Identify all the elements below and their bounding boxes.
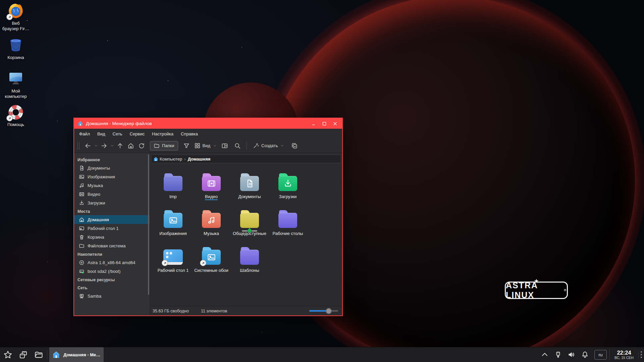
slider-knob[interactable] (326, 308, 332, 314)
trash-sm-icon (79, 234, 85, 240)
tray-expand-button[interactable] (538, 351, 551, 359)
toolbar-separator (247, 142, 247, 150)
zoom-slider[interactable] (309, 308, 338, 314)
file-label: Документы (238, 194, 261, 199)
view-mode-dropdown[interactable]: Вид (192, 141, 219, 151)
back-history-dropdown[interactable] (94, 141, 98, 151)
file-item[interactable]: Изображения (154, 207, 192, 244)
sidebar-item[interactable]: boot sda2 (/boot) (74, 267, 150, 276)
file-item[interactable]: Системные обои (192, 244, 230, 281)
items-count-label: 11 элементов (201, 309, 227, 313)
file-item[interactable]: Музыка (192, 207, 230, 244)
breadcrumb-current[interactable]: Домашняя (188, 157, 211, 162)
statusbar: 35.63 ГБ свободно 11 элементов (150, 306, 342, 315)
usb-device-icon[interactable] (551, 351, 565, 359)
chevron-down-icon (280, 141, 285, 151)
close-button[interactable] (331, 120, 339, 127)
file-item[interactable]: Рабочий стол 1 (154, 244, 192, 281)
sidebar-item-label: Рабочий стол 1 (88, 226, 118, 231)
image-emblem-icon (169, 216, 178, 225)
titlebar[interactable]: Домашняя - Менеджер файлов (74, 118, 342, 129)
menubar: ФайлВидСетьСервисНастройкаСправка (74, 129, 342, 139)
folders-panel-toggle[interactable]: Папки (150, 141, 178, 150)
copy-button[interactable] (289, 141, 300, 151)
menu-item[interactable]: Вид (94, 130, 109, 138)
menu-item[interactable]: Файл (75, 130, 94, 138)
desktop-icon-firefox[interactable]: Веббраузер Fir… (0, 3, 32, 32)
file-label: Рабочий стол 1 (158, 268, 189, 273)
menu-item[interactable]: Настройка (148, 130, 177, 138)
start-menu-button[interactable] (0, 347, 15, 362)
back-button[interactable] (83, 141, 93, 151)
menu-item[interactable]: Сеть (109, 130, 126, 138)
menu-item[interactable]: Сервис (126, 130, 148, 138)
taskbar-task-button[interactable]: Домашняя - Ме… (49, 347, 104, 362)
taskbar: Домашняя - Ме… ru 22:24 ВС, 15 СЕН (0, 347, 644, 362)
minimize-button[interactable] (310, 120, 317, 127)
sidebar-item-label: Изображения (88, 174, 115, 179)
up-button[interactable] (115, 141, 125, 151)
sidebar-item[interactable]: Корзина (74, 233, 150, 241)
chevron-down-icon (212, 141, 217, 151)
shortcut-arrow-icon (6, 14, 13, 20)
desktop-icon-help[interactable]: Помощь (0, 105, 32, 127)
folder-icon (163, 170, 183, 191)
file-item[interactable]: Шаблоны (230, 244, 269, 281)
drive-icon (79, 268, 85, 274)
sidebar-item[interactable]: Документы (74, 164, 150, 172)
sidebar-item[interactable]: Файловая система (74, 241, 150, 250)
sidebar-item[interactable]: Видео (74, 190, 150, 198)
forward-history-dropdown[interactable] (110, 141, 114, 151)
home-button[interactable] (126, 141, 136, 151)
computer-icon (8, 71, 23, 86)
file-label: Загрузки (279, 194, 297, 199)
menu-item[interactable]: Справка (177, 130, 202, 138)
sidebar-item-label: Документы (88, 166, 110, 171)
sidebar: ИзбранноеДокументыИзображенияМузыкаВидео… (74, 153, 150, 315)
keyboard-layout-indicator[interactable]: ru (594, 350, 607, 360)
panel-handle[interactable] (638, 351, 644, 358)
file-item[interactable]: Общедоступные (230, 207, 269, 244)
desktop-icon-trash[interactable]: Корзина (0, 38, 32, 60)
desktop-shortcut-icon (163, 244, 183, 265)
sidebar-item[interactable]: Samba (74, 292, 150, 300)
file-item[interactable]: Загрузки (269, 170, 307, 207)
shortcut-arrow-icon (200, 260, 206, 266)
folder-icon (240, 170, 259, 191)
create-dropdown[interactable]: Создать (251, 141, 286, 151)
desktop-icon-computer[interactable]: Мойкомпьютер (0, 71, 32, 99)
sidebar-item[interactable]: Домашняя (74, 215, 150, 224)
sidebar-item[interactable]: Изображения (74, 172, 150, 181)
refresh-button[interactable] (137, 141, 147, 151)
free-space-label: 35.63 ГБ свободно (153, 309, 189, 313)
file-item[interactable]: tmp (154, 170, 192, 207)
sidebar-item-label: Файловая система (88, 243, 125, 248)
file-item[interactable]: Видео (192, 170, 230, 207)
sidebar-item[interactable]: Музыка (74, 181, 150, 190)
file-item[interactable]: Документы (230, 170, 269, 207)
clock[interactable]: 22:24 ВС, 15 СЕН (609, 349, 638, 361)
toolbar-handle[interactable] (77, 142, 79, 149)
file-item[interactable]: Рабочие столы (269, 207, 307, 244)
breadcrumb[interactable]: Компьютер › Домашняя (151, 155, 341, 163)
sidebar-scrollbar[interactable] (148, 154, 149, 295)
music-icon (79, 183, 85, 188)
maximize-button[interactable] (321, 120, 328, 127)
breadcrumb-root[interactable]: Компьютер (160, 157, 182, 162)
forward-button[interactable] (99, 141, 109, 151)
astra-linux-logo: ★ ASTRA LINUX® (505, 282, 568, 299)
file-label: Системные обои (194, 268, 228, 273)
notifications-icon[interactable] (578, 351, 592, 359)
window-list-button[interactable] (15, 347, 31, 362)
sidebar-item[interactable]: Загрузки (74, 198, 150, 207)
file-manager-launcher[interactable] (31, 347, 46, 362)
sidebar-item-label: Видео (88, 192, 100, 197)
doc-icon (79, 165, 85, 171)
sidebar-item[interactable]: Astra 1.8_x86-64 amd64 (74, 258, 150, 267)
search-button[interactable] (232, 141, 243, 151)
volume-icon[interactable] (565, 351, 578, 359)
sidebar-item[interactable]: Рабочий стол 1 (74, 224, 150, 233)
view-label: Вид (203, 143, 211, 148)
split-view-button[interactable] (220, 141, 230, 151)
filter-button[interactable] (181, 141, 192, 151)
